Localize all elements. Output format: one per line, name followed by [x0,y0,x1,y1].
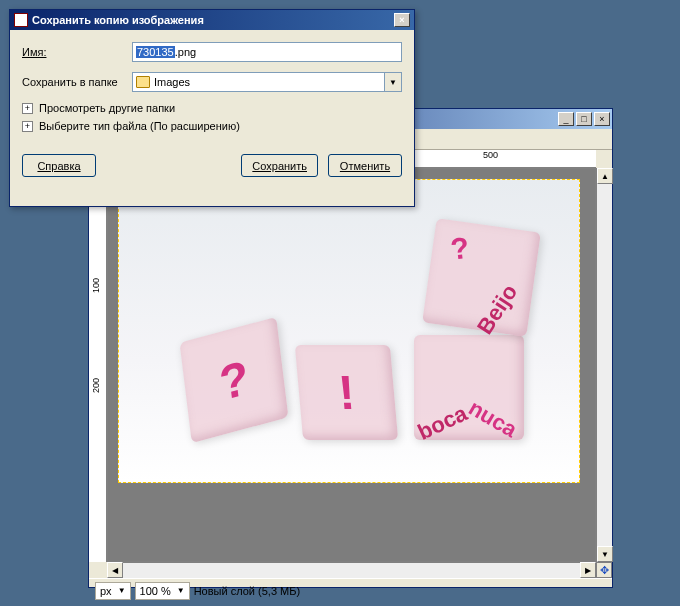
save-dialog: Сохранить копию изображения × Имя: 73013… [9,9,415,207]
maximize-button[interactable]: □ [576,112,592,126]
scroll-h-track[interactable] [123,562,580,578]
scroll-left-icon[interactable]: ◀ [107,562,123,578]
folder-row: Сохранить в папке Images ▼ [22,72,402,92]
folder-combo[interactable]: Images ▼ [132,72,402,92]
ruler-v-tick: 100 [91,278,101,293]
ruler-v-tick: 200 [91,378,101,393]
dialog-body: Имя: 730135.png Сохранить в папке Images… [10,30,414,146]
scroll-right-icon[interactable]: ▶ [580,562,596,578]
filetype-label: Выберите тип файла (По расширению) [39,120,240,132]
dialog-action-buttons: Сохранить Отменить [241,154,402,177]
minimize-button[interactable]: _ [558,112,574,126]
zoom-value[interactable]: 100 % ▼ [135,582,190,600]
dice-3: boca nuca [414,335,524,440]
scroll-down-icon[interactable]: ▼ [597,546,613,562]
dice-4-text-top: ? [449,231,471,267]
save-button-label: Сохранить [252,160,307,172]
dialog-close-button[interactable]: × [394,13,410,27]
scrollbar-horizontal-row: ◀ ▶ ✥ [107,562,612,578]
help-button[interactable]: Справка [22,154,96,177]
close-button[interactable]: × [594,112,610,126]
zoom-text: 100 % [140,585,171,597]
canvas-layer-bounds: ? ! boca nuca ? Beijo [118,179,580,483]
folder-icon [136,76,150,88]
dice-1: ? [180,317,289,443]
canvas-image: ? ! boca nuca ? Beijo [119,180,579,482]
canvas-area: 0 100 200 ? ! boca nuca ? Beijo [89,168,612,562]
dice-3-text-left: boca [414,400,472,445]
statusbar: px ▼ 100 % ▼ Новый слой (5,3 МБ) [89,578,612,602]
unit-selector[interactable]: px ▼ [95,582,131,600]
dice-4: ? Beijo [422,218,541,337]
ruler-vertical: 0 100 200 [89,168,107,562]
unit-label: px [100,585,112,597]
cancel-button-label: Отменить [340,160,390,172]
filename-input[interactable]: 730135.png [132,42,402,62]
dice-2: ! [295,345,398,440]
name-row: Имя: 730135.png [22,42,402,62]
name-label: Имя: [22,46,132,58]
scroll-up-icon[interactable]: ▲ [597,168,613,184]
layer-info: Новый слой (5,3 МБ) [194,585,300,597]
cancel-button[interactable]: Отменить [328,154,402,177]
scroll-v-track[interactable] [597,184,612,546]
help-button-label: Справка [37,160,80,172]
dice-4-text-side: Beijo [472,280,523,339]
dialog-title: Сохранить копию изображения [32,14,392,26]
save-button[interactable]: Сохранить [241,154,318,177]
folder-label: Сохранить в папке [22,76,132,88]
filetype-expander[interactable]: + Выберите тип файла (По расширению) [22,120,402,132]
plus-icon: + [22,103,33,114]
zoom-controls: 100 % ▼ [135,582,190,600]
dialog-buttons: Справка Сохранить Отменить [10,146,414,185]
browse-other-label: Просмотреть другие папки [39,102,175,114]
browse-other-expander[interactable]: + Просмотреть другие папки [22,102,402,114]
plus-icon: + [22,121,33,132]
dice-3-text-right: nuca [464,395,521,443]
ruler-h-tick: 500 [483,150,498,160]
navigation-cross-icon[interactable]: ✥ [596,562,612,578]
scrollbar-vertical[interactable]: ▲ ▼ [596,168,612,562]
name-label-text: Имя: [22,46,46,58]
filename-selected: 730135 [136,46,175,58]
canvas-viewport[interactable]: ? ! boca nuca ? Beijo [107,168,596,562]
folder-value: Images [154,76,190,88]
chevron-down-icon: ▼ [177,586,185,595]
chevron-down-icon: ▼ [118,586,126,595]
dialog-titlebar[interactable]: Сохранить копию изображения × [10,10,414,30]
dialog-title-icon [14,13,28,27]
combo-dropdown-button[interactable]: ▼ [384,73,401,91]
filename-extension: .png [175,46,196,58]
